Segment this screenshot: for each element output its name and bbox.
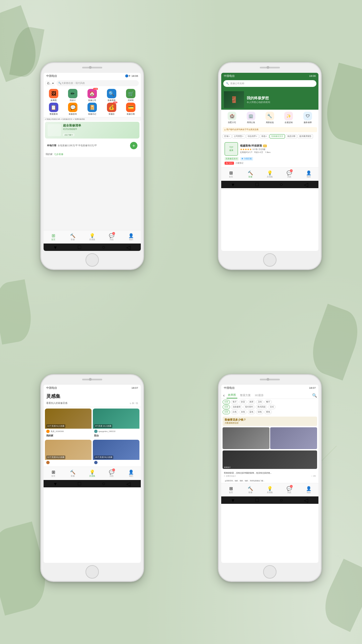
home-button-1[interactable] — [85, 253, 99, 267]
nav-square-2[interactable]: □ — [255, 181, 259, 187]
tag-match[interactable]: ◈ 为我匹配 — [240, 157, 253, 161]
nav-inspiration[interactable]: 💡 灵感集 — [82, 230, 102, 244]
search-bar-1[interactable]: 🔍 大家都在接：现代风格 — [56, 80, 139, 86]
chip-all-2[interactable]: 全部 — [223, 410, 230, 414]
service-guarantee[interactable]: 🛡 服务保障 — [303, 112, 312, 124]
kitchen-image[interactable]: 涛涛设计 — [223, 450, 317, 469]
chip-nordic[interactable]: 北欧极简 — [231, 405, 242, 409]
chip-kitchen[interactable]: 厨房 — [248, 400, 255, 404]
nav3-decoration[interactable]: 🔨 装修 — [63, 467, 82, 480]
card-0[interactable]: 13个灵感 52人收藏 免友_91WG6K 我的家 — [45, 409, 92, 438]
filter-report[interactable]: 提供量房报告 — [298, 134, 313, 139]
nav4-mine[interactable]: 👤 我的 — [299, 483, 318, 496]
nav4-message[interactable]: 💬 15 消息 — [280, 483, 299, 496]
gallery-item-0[interactable] — [223, 427, 269, 449]
gallery-item-1[interactable] — [270, 427, 317, 449]
service-commercial[interactable]: 🏢 商用公装 — [247, 112, 255, 124]
nav2-decoration[interactable]: 🔨 装修 — [241, 168, 260, 181]
icon-item-3[interactable]: 🔍 装修质检 — [102, 89, 121, 102]
nav-triangle-4[interactable]: ◁ — [304, 497, 308, 503]
back-button[interactable]: ‹ — [223, 393, 225, 398]
chip-blue[interactable]: 蓝色 — [248, 410, 255, 414]
location-picker[interactable]: 石... ▾ — [46, 81, 55, 86]
company-search[interactable]: 🔍 装修公司名称 — [223, 80, 316, 87]
nav-square-3[interactable]: □ — [78, 481, 81, 487]
filter-region[interactable]: 区域∨ — [223, 134, 232, 139]
nav-circle-4[interactable]: ○ — [280, 497, 283, 503]
promo-banner[interactable]: 超全装修清单 经济实用鲤着学 点击了解>> — [45, 122, 139, 139]
nav2-mine[interactable]: 👤 我的 — [299, 168, 318, 181]
refresh-btn[interactable]: ↻ 换一批 — [130, 402, 138, 405]
filter-more[interactable]: 筛选∨ — [260, 134, 269, 139]
nav-back-2[interactable]: ▾ — [232, 181, 234, 188]
nav-back-1[interactable]: ▾ — [54, 244, 57, 251]
home-button-2[interactable] — [263, 253, 277, 267]
icon-item-7[interactable]: 📔 装修日记 — [83, 103, 102, 116]
nav2-home[interactable]: ⊞ 首页 — [221, 168, 241, 181]
filter-sort[interactable]: 综合排序∨ — [246, 134, 259, 139]
chip-white[interactable]: 白色 — [231, 410, 238, 414]
chip-american[interactable]: 美式田园 — [256, 405, 267, 409]
nav4-decoration[interactable]: 🔨 装修 — [241, 483, 260, 496]
tab-renders[interactable]: 效果图 — [227, 392, 237, 398]
nav-back-4[interactable]: ▾ — [232, 497, 234, 503]
filter-installment[interactable]: 免息分期 — [286, 134, 297, 139]
nav4-home[interactable]: ⊞ 首页 — [221, 483, 241, 496]
chip-bathroom[interactable]: 卫间 — [256, 400, 263, 404]
nav2-message[interactable]: 💬 15 消息 — [280, 168, 299, 181]
nav-message[interactable]: 💬 15 消息 — [102, 230, 121, 244]
card-2[interactable]: 12个灵感 93人收藏 — [45, 440, 92, 465]
nav3-message[interactable]: 💬 15 消息 — [102, 467, 121, 480]
nav-triangle-3[interactable]: ◁ — [126, 481, 130, 487]
home-button-4[interactable] — [263, 565, 277, 579]
icon-item-9[interactable]: 💳 装修分期 — [121, 103, 140, 116]
filter-postpay[interactable]: 先装修后支付 — [269, 134, 285, 139]
chip-japanese[interactable]: 日式 — [268, 405, 276, 409]
chip-grey[interactable]: 灰色 — [239, 410, 247, 414]
nav3-home[interactable]: ⊞ 首页 — [44, 467, 63, 480]
nav-circle-3[interactable]: ○ — [102, 481, 105, 487]
service-villa[interactable]: 🏰 别墅大宅 — [228, 112, 236, 124]
banner-btn[interactable]: 点击了解>> — [63, 133, 74, 136]
nav3-inspiration[interactable]: 💡 灵感集 — [82, 467, 102, 480]
icon-item-6[interactable]: 💬 装修咨询 — [64, 103, 82, 116]
nav-decoration[interactable]: 🔨 装修 — [63, 230, 82, 244]
tab-3d-tour[interactable]: 3D漫游 — [253, 392, 265, 398]
icon-item-5[interactable]: 📋 整屋案例 — [44, 103, 63, 116]
icon-item-4[interactable]: 🛒 买材料 — [121, 89, 140, 102]
icon-item-2[interactable]: 🏠 口碑 装修公司 — [83, 89, 102, 102]
icon-item-0[interactable]: 🖼 效果图 — [44, 89, 63, 102]
nav4-inspiration[interactable]: 💡 灵感集 — [260, 483, 280, 496]
chip-bedroom[interactable]: 卧室 — [239, 400, 247, 404]
company-name[interactable]: 七步装修 — [54, 153, 63, 156]
chip-orange[interactable]: 橙色 — [264, 410, 272, 414]
chip-dining[interactable]: 餐厅 — [264, 400, 272, 404]
card-1[interactable]: 9个灵感 10人收藏 igwygnbm_190210 阳台 — [93, 409, 139, 438]
nav-triangle-1[interactable]: ◁ — [126, 244, 130, 251]
chip-all-1[interactable]: 全部 — [223, 405, 230, 409]
chip-green[interactable]: 绿色 — [256, 410, 263, 414]
icon-item-1[interactable]: ✏ 找设计 — [64, 89, 82, 102]
service-renovation[interactable]: 🔧 局部改造 — [265, 112, 274, 124]
card-3[interactable]: 20个灵感 58人收藏 — [93, 440, 139, 465]
nav-home[interactable]: ⊞ 首页 — [44, 230, 63, 244]
chip-all-0[interactable]: 全部 — [223, 400, 230, 404]
chip-modern[interactable]: 现代简约 — [243, 405, 255, 409]
nav2-inspiration[interactable]: 💡 灵感集 — [260, 168, 280, 181]
nav-triangle-2[interactable]: ◁ — [304, 181, 308, 188]
service-custom[interactable]: ✨ 全屋定制 — [284, 112, 293, 124]
filter-type[interactable]: 公司类型∨ — [232, 134, 245, 139]
add-button[interactable]: + — [130, 142, 137, 149]
tab-full-plan[interactable]: 整屋方案 — [239, 392, 252, 398]
nav-circle-1[interactable]: ○ — [102, 244, 105, 250]
icon-item-8[interactable]: 💰 免费 算服价 — [102, 103, 121, 116]
nav-back-3[interactable]: ▾ — [54, 481, 57, 487]
nav-square-1[interactable]: □ — [78, 244, 81, 250]
search-icon-4[interactable]: 🔍 — [312, 393, 317, 398]
nav-mine[interactable]: 👤 我的 — [121, 230, 141, 244]
cost-banner[interactable]: 装修要花多少钱？ 大数据精准估价 — [223, 417, 317, 426]
nav3-mine[interactable]: 👤 我的 — [121, 467, 141, 480]
nav-square-4[interactable]: □ — [255, 497, 259, 503]
home-button-3[interactable] — [85, 565, 99, 579]
nav-circle-2[interactable]: ○ — [280, 181, 283, 187]
